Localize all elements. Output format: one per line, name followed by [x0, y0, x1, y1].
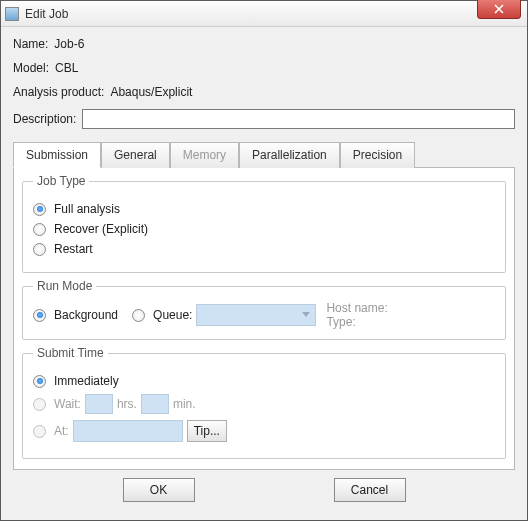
- tab-general[interactable]: General: [101, 142, 170, 168]
- radio-wait: [33, 398, 46, 411]
- dialog-content: Name: Job-6 Model: CBL Analysis product:…: [1, 27, 527, 520]
- product-value: Abaqus/Explicit: [110, 85, 192, 99]
- at-time-input: [73, 420, 183, 442]
- cancel-button[interactable]: Cancel: [334, 478, 406, 502]
- tab-submission[interactable]: Submission: [13, 142, 101, 168]
- radio-row-recover[interactable]: Recover (Explicit): [33, 222, 495, 236]
- queue-combobox[interactable]: [196, 304, 316, 326]
- radio-row-full-analysis[interactable]: Full analysis: [33, 202, 495, 216]
- tab-precision[interactable]: Precision: [340, 142, 415, 168]
- close-icon: [494, 4, 504, 14]
- label-wait: Wait:: [54, 397, 81, 411]
- edit-job-dialog: Edit Job Name: Job-6 Model: CBL Analysis…: [0, 0, 528, 521]
- name-value: Job-6: [54, 37, 84, 51]
- radio-row-immediately[interactable]: Immediately: [33, 374, 495, 388]
- radio-full-analysis[interactable]: [33, 203, 46, 216]
- chevron-down-icon: [299, 307, 313, 323]
- label-hrs: hrs.: [117, 397, 137, 411]
- tab-panel-submission: Job Type Full analysis Recover (Explicit…: [13, 167, 515, 470]
- radio-row-wait: Wait: hrs. min.: [33, 394, 495, 414]
- description-label: Description:: [13, 112, 76, 126]
- description-input[interactable]: [82, 109, 515, 129]
- group-run-mode: Run Mode Background Queue: Host name: Ty: [22, 279, 506, 340]
- label-restart: Restart: [54, 242, 93, 256]
- group-submit-time: Submit Time Immediately Wait: hrs. min. …: [22, 346, 506, 459]
- label-type: Type:: [326, 315, 387, 329]
- wait-hours-input: [85, 394, 113, 414]
- wait-minutes-input: [141, 394, 169, 414]
- submit-time-legend: Submit Time: [33, 346, 108, 360]
- model-label: Model:: [13, 61, 49, 75]
- label-recover: Recover (Explicit): [54, 222, 148, 236]
- radio-immediately[interactable]: [33, 375, 46, 388]
- label-queue: Queue:: [153, 308, 192, 322]
- product-label: Analysis product:: [13, 85, 104, 99]
- radio-at: [33, 425, 46, 438]
- label-full-analysis: Full analysis: [54, 202, 120, 216]
- tip-button[interactable]: Tip...: [187, 420, 227, 442]
- job-type-legend: Job Type: [33, 174, 89, 188]
- radio-row-at: At: Tip...: [33, 420, 495, 442]
- radio-restart[interactable]: [33, 243, 46, 256]
- label-min: min.: [173, 397, 196, 411]
- titlebar: Edit Job: [1, 1, 527, 27]
- model-value: CBL: [55, 61, 78, 75]
- radio-recover[interactable]: [33, 223, 46, 236]
- dialog-button-row: OK Cancel: [13, 470, 515, 512]
- label-immediately: Immediately: [54, 374, 119, 388]
- tab-parallelization[interactable]: Parallelization: [239, 142, 340, 168]
- tab-strip: Submission General Memory Parallelizatio…: [13, 141, 515, 167]
- queue-side-labels: Host name: Type:: [326, 301, 387, 329]
- ok-button[interactable]: OK: [123, 478, 195, 502]
- radio-row-restart[interactable]: Restart: [33, 242, 495, 256]
- window-title: Edit Job: [25, 7, 68, 21]
- tab-memory[interactable]: Memory: [170, 142, 239, 168]
- label-background: Background: [54, 308, 118, 322]
- app-icon: [5, 7, 19, 21]
- radio-background[interactable]: [33, 309, 46, 322]
- group-job-type: Job Type Full analysis Recover (Explicit…: [22, 174, 506, 273]
- run-mode-legend: Run Mode: [33, 279, 96, 293]
- close-button[interactable]: [477, 0, 521, 19]
- radio-queue[interactable]: [132, 309, 145, 322]
- label-at: At:: [54, 424, 69, 438]
- label-host-name: Host name:: [326, 301, 387, 315]
- name-label: Name:: [13, 37, 48, 51]
